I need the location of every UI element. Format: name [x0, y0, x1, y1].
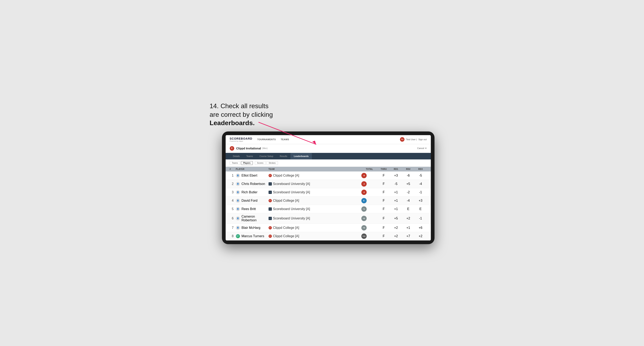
rd3: -4 [414, 182, 427, 186]
rd2: +1 [402, 226, 414, 230]
rd3: +2 [414, 234, 427, 238]
instruction-text: 14. Check all results are correct by cli… [210, 102, 296, 127]
filter-scores[interactable]: Scores [255, 161, 266, 165]
nav-right: TU Test User | Sign out [400, 137, 427, 142]
rd1: -5 [390, 182, 402, 186]
avatar: 👤 [236, 226, 240, 230]
user-name: Test User | [406, 138, 417, 141]
rank: 3 [230, 190, 236, 194]
score-badge: -4 [361, 181, 367, 186]
user-avatar: TU [400, 137, 404, 142]
avatar: 👤 [236, 207, 240, 211]
team-logo: C [268, 199, 272, 202]
player-cell: 👤 Rees Britt [236, 207, 268, 211]
player-name: Blair McHarg [242, 226, 260, 230]
rank: 4 [230, 199, 236, 202]
logo-subtitle: Powered by clippd [230, 140, 252, 142]
tab-teams[interactable]: Teams [243, 153, 256, 160]
team-name: Scoreboard University [A] [273, 182, 310, 186]
team-cell: C Clippd College [A] [268, 226, 361, 230]
rank: 2 [230, 182, 236, 186]
team-name: Clippd College [A] [273, 234, 299, 238]
col-team: TEAM [268, 168, 361, 170]
team-name: Clippd College [A] [273, 174, 299, 177]
total-cell: -2 [361, 190, 378, 195]
thru: F [378, 234, 390, 238]
player-name: Rich Butler [242, 190, 258, 194]
team-cell: ≡ Scoreboard University [A] [268, 207, 361, 211]
rd1: +2 [390, 226, 402, 230]
tablet-screen: SCOREBOARD Powered by clippd TOURNAMENTS… [226, 135, 431, 240]
nav-teams[interactable]: TEAMS [280, 138, 289, 141]
score-badge: -2 [361, 190, 367, 195]
avatar: 👤 [236, 190, 240, 194]
rd1: +5 [390, 217, 402, 220]
table-row: 2 👤 Chris Robertson ≡ Scoreboard Univers… [226, 180, 431, 188]
team-cell: C Clippd College [A] [268, 199, 361, 202]
thru: F [378, 182, 390, 186]
player-name: Chris Robertson [242, 182, 265, 186]
total-cell: +6 [361, 216, 378, 221]
rd3: +6 [414, 226, 427, 230]
table-header: # PLAYER TEAM TOTAL THRU RD1 RD2 RD3 [226, 167, 431, 172]
sign-out-link[interactable]: Sign out [418, 138, 426, 141]
logo-area: SCOREBOARD Powered by clippd [230, 137, 252, 142]
team-cell: C Clippd College [A] [268, 174, 361, 177]
rd2: +2 [402, 217, 414, 220]
team-name: Scoreboard University [A] [273, 207, 310, 211]
rd1: +1 [390, 199, 402, 202]
score-badge: +6 [361, 216, 367, 221]
tab-leaderboards[interactable]: Leaderboards [290, 153, 312, 160]
filter-strokes[interactable]: Strokes [266, 161, 278, 165]
avatar: 👤 [236, 173, 240, 177]
player-cell: 👤 Chris Robertson [236, 182, 268, 186]
team-logo: ≡ [268, 207, 272, 211]
filter-teams[interactable]: Teams [230, 161, 240, 165]
rd3: -1 [414, 217, 427, 220]
col-rd2: RD2 [402, 168, 414, 170]
rd3: -1 [414, 190, 427, 194]
col-rd3: RD3 [414, 168, 427, 170]
cancel-button[interactable]: Cancel ✕ [417, 147, 426, 150]
rd2: E [402, 207, 414, 211]
thru: F [378, 207, 390, 211]
tab-results[interactable]: Results [276, 153, 291, 160]
nav-bar: SCOREBOARD Powered by clippd TOURNAMENTS… [226, 135, 431, 144]
player-name: Marcus Turners [242, 234, 264, 238]
player-cell: 👤 David Ford [236, 199, 268, 203]
tab-course-setup[interactable]: Course Setup [256, 153, 276, 160]
thru: F [378, 174, 390, 177]
team-name: Scoreboard University [A] [273, 190, 310, 194]
tab-details[interactable]: Details [230, 153, 243, 160]
thru: F [378, 199, 390, 202]
rank: 8 [230, 234, 236, 238]
tabs-bar: Details Teams Course Setup Results Leade… [226, 153, 431, 160]
rd3: E [414, 207, 427, 211]
table-row: 8 MT Marcus Turners C Clippd College [A]… [226, 232, 431, 240]
table-row: 3 👤 Rich Butler ≡ Scoreboard University … [226, 188, 431, 196]
team-name: Clippd College [A] [273, 199, 299, 202]
total-cell: -4 [361, 181, 378, 186]
table-row: 1 👤 Elliot Ebert C Clippd College [A] -8… [226, 172, 431, 180]
score-badge: +9 [361, 225, 367, 230]
avatar: 👤 [236, 216, 240, 220]
team-cell: C Clippd College [A] [268, 234, 361, 238]
player-name: Rees Britt [242, 207, 256, 211]
filter-bar: Teams Players Scores Strokes [226, 160, 431, 167]
team-logo: ≡ [268, 217, 272, 220]
filter-players[interactable]: Players [241, 161, 253, 165]
col-total: TOTAL [361, 168, 378, 170]
nav-tournaments[interactable]: TOURNAMENTS [257, 138, 276, 141]
total-cell: +9 [361, 225, 378, 230]
player-name: David Ford [242, 199, 258, 202]
player-cell: MT Marcus Turners [236, 234, 268, 238]
table-row: 4 👤 David Ford C Clippd College [A] E F … [226, 196, 431, 205]
logo-title: SCOREBOARD [230, 137, 252, 140]
team-logo: C [268, 235, 272, 238]
rd1: +1 [390, 190, 402, 194]
team-logo: ≡ [268, 182, 272, 185]
tablet-device: SCOREBOARD Powered by clippd TOURNAMENTS… [222, 132, 434, 244]
leaderboard-table: 1 👤 Elliot Ebert C Clippd College [A] -8… [226, 172, 431, 240]
thru: F [378, 226, 390, 230]
team-logo: C [268, 174, 272, 177]
